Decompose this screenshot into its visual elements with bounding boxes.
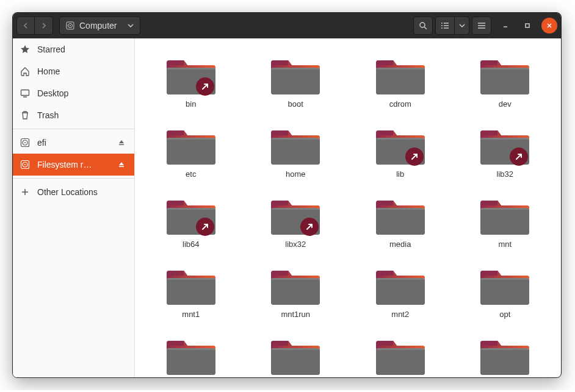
folder-icon [479,52,530,97]
folder-label: mnt1 [182,310,200,319]
folder-item[interactable]: lib [349,118,452,182]
hamburger-menu-button[interactable] [472,16,491,35]
svg-rect-42 [167,278,215,305]
sidebar-item-label: Other Locations [37,187,127,197]
svg-rect-40 [376,208,425,235]
svg-rect-46 [167,348,215,375]
close-button[interactable] [541,18,557,34]
folder-icon [165,122,217,167]
folder-icon [375,52,426,97]
folder-label: mnt1run [281,310,310,319]
home-icon [20,66,30,76]
svg-rect-27 [119,166,124,168]
sidebar-item-trash[interactable]: Trash [13,104,134,126]
folder-label: cdrom [389,99,411,109]
view-controls [435,16,469,35]
path-bar[interactable]: Computer [59,16,140,35]
folder-icon [165,332,217,377]
sidebar-item-label: Desktop [37,88,127,98]
folder-item[interactable]: bin [140,48,242,112]
svg-rect-33 [480,68,529,94]
sidebar-other-locations[interactable]: Other Locations [13,181,134,203]
folder-icon [479,122,530,167]
folder-label: opt [499,310,510,319]
eject-button[interactable] [116,137,127,148]
folder-icon [270,332,321,377]
folder-label: mnt2 [391,310,409,319]
content-area[interactable]: binbootcdromdevetchomeliblib32lib64libx3… [135,38,561,377]
folder-item[interactable]: etc [140,118,242,182]
svg-rect-48 [376,348,425,375]
folder-item[interactable]: mnt2 [349,258,452,323]
forward-button[interactable] [35,16,53,35]
sidebar-item-label: Starred [37,45,127,54]
disk-icon [20,160,30,169]
svg-point-7 [441,25,443,26]
svg-point-26 [24,164,26,165]
folder-item[interactable]: lib64 [140,188,242,252]
folder-item[interactable]: mnt1run [245,258,347,323]
view-options-button[interactable] [455,16,469,35]
list-view-button[interactable] [435,16,455,35]
folder-label: libx32 [285,240,306,249]
sidebar-item-home[interactable]: Home [13,60,134,82]
sidebar-item-starred[interactable]: Starred [13,38,134,60]
folder-icon [270,122,321,167]
folder-item[interactable]: boot [245,48,347,112]
folder-item[interactable]: home [245,118,347,182]
folder-icon [375,262,426,307]
desktop-icon [20,88,30,98]
sidebar-item-label: Trash [37,110,127,120]
folder-item[interactable]: opt [454,258,557,323]
sidebar-item-label: Filesystem r… [37,160,109,169]
sidebar: StarredHomeDesktopTrashefiFilesystem r…O… [13,38,135,377]
folder-item[interactable]: mnt1 [140,258,242,323]
folder-item[interactable]: cdrom [349,48,452,112]
disk-icon [66,21,74,30]
svg-rect-49 [480,348,529,375]
maximize-button[interactable] [519,18,535,34]
folder-icon [375,192,426,237]
plus-icon [20,187,30,197]
search-button[interactable] [413,16,433,35]
folder-label: dev [499,99,512,109]
svg-line-4 [424,27,427,29]
folder-item[interactable] [454,329,557,377]
sidebar-mount-efi[interactable]: efi [13,132,134,154]
folder-icon [165,52,217,97]
body: StarredHomeDesktopTrashefiFilesystem r…O… [13,38,561,377]
folder-item[interactable]: dev [454,48,557,112]
folder-icon [165,262,217,307]
svg-rect-32 [376,68,425,94]
svg-rect-31 [271,68,320,94]
symlink-badge-icon [196,218,214,236]
folder-icon [479,262,530,307]
sidebar-item-desktop[interactable]: Desktop [13,82,134,104]
folder-label: mnt [498,240,512,249]
chevron-down-icon [128,24,134,27]
folder-item[interactable]: media [349,188,452,252]
folder-icon [165,192,217,237]
svg-rect-41 [480,208,529,235]
svg-rect-34 [167,138,215,165]
folder-icon [270,192,321,237]
folder-item[interactable] [245,329,347,377]
back-button[interactable] [16,16,35,35]
separator [13,129,134,129]
minimize-button[interactable] [497,18,513,34]
svg-rect-44 [376,278,425,305]
folder-icon [270,262,321,307]
folder-icon [479,192,530,237]
folder-label: lib64 [183,240,199,249]
symlink-badge-icon [405,148,424,166]
folder-item[interactable]: libx32 [245,188,347,252]
location-label: Computer [79,21,117,30]
folder-item[interactable] [140,329,242,377]
disk-icon [20,138,30,148]
folder-item[interactable] [349,329,452,377]
folder-item[interactable]: mnt [454,188,557,252]
folder-item[interactable]: lib32 [454,118,557,182]
eject-button[interactable] [116,159,127,170]
sidebar-mount-fsroot[interactable]: Filesystem r… [13,154,134,176]
symlink-badge-icon [196,77,214,96]
